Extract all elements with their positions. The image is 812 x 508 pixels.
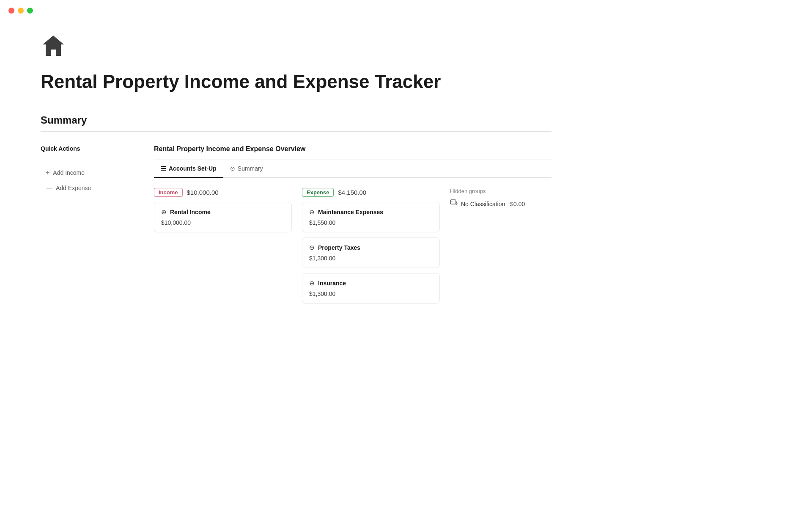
minus-circle-icon-1: ⊖ xyxy=(309,208,315,216)
add-expense-label: Add Expense xyxy=(56,185,91,191)
home-icon xyxy=(41,34,551,61)
property-taxes-amount: $1,300.00 xyxy=(309,255,433,262)
sidebar-divider xyxy=(41,159,134,159)
content-layout: Quick Actions + Add Income — Add Expense… xyxy=(41,145,551,309)
hidden-groups-title: Hidden groups xyxy=(450,188,551,194)
main-panel: Rental Property Income and Expense Overv… xyxy=(154,145,551,309)
property-taxes-title-row: ⊖ Property Taxes xyxy=(309,244,433,251)
add-income-button[interactable]: + Add Income xyxy=(41,166,134,179)
hidden-groups-column: Hidden groups No Classification $0.00 xyxy=(450,188,551,209)
add-income-label: Add Income xyxy=(53,169,85,176)
section-divider xyxy=(41,131,551,132)
overview-grid: Income $10,000.00 ⊕ Rental Income $10,00… xyxy=(154,188,551,309)
plus-circle-icon: ⊕ xyxy=(161,208,167,216)
rental-income-card: ⊕ Rental Income $10,000.00 xyxy=(154,202,292,232)
add-expense-button[interactable]: — Add Expense xyxy=(41,181,134,195)
main-content: Rental Property Income and Expense Track… xyxy=(0,0,592,334)
minus-circle-icon-2: ⊖ xyxy=(309,244,315,251)
tag-icon xyxy=(450,199,458,209)
property-taxes-name: Property Taxes xyxy=(318,244,360,251)
section-title: Summary xyxy=(41,114,551,126)
maximize-button[interactable] xyxy=(27,8,33,14)
expense-badge: Expense xyxy=(302,188,334,197)
no-classification-row: No Classification $0.00 xyxy=(450,199,551,209)
expense-column: Expense $4,150.00 ⊖ Maintenance Expenses… xyxy=(302,188,440,309)
minimize-button[interactable] xyxy=(18,8,24,14)
summary-label: Summary xyxy=(238,165,263,172)
insurance-name: Insurance xyxy=(318,280,346,287)
maintenance-amount: $1,550.00 xyxy=(309,219,433,226)
maintenance-card: ⊖ Maintenance Expenses $1,550.00 xyxy=(302,202,440,232)
maintenance-title-row: ⊖ Maintenance Expenses xyxy=(309,208,433,216)
property-taxes-card: ⊖ Property Taxes $1,300.00 xyxy=(302,237,440,268)
sidebar: Quick Actions + Add Income — Add Expense xyxy=(41,145,134,196)
quick-actions-title: Quick Actions xyxy=(41,145,134,152)
maintenance-name: Maintenance Expenses xyxy=(318,209,383,215)
rental-income-title-row: ⊕ Rental Income xyxy=(161,208,285,216)
plus-icon: + xyxy=(46,169,49,176)
income-header: Income $10,000.00 xyxy=(154,188,292,197)
minus-circle-icon-3: ⊖ xyxy=(309,279,315,287)
tab-summary[interactable]: ⊙ Summary xyxy=(223,160,270,178)
income-total: $10,000.00 xyxy=(187,189,219,196)
expense-total: $4,150.00 xyxy=(338,189,366,196)
insurance-card: ⊖ Insurance $1,300.00 xyxy=(302,273,440,304)
svg-rect-0 xyxy=(450,200,456,204)
rental-income-amount: $10,000.00 xyxy=(161,219,285,226)
svg-point-1 xyxy=(452,201,453,202)
accounts-setup-icon: ☰ xyxy=(161,165,166,172)
tab-bar: ☰ Accounts Set-Up ⊙ Summary xyxy=(154,160,551,178)
insurance-amount: $1,300.00 xyxy=(309,290,433,297)
income-column: Income $10,000.00 ⊕ Rental Income $10,00… xyxy=(154,188,292,237)
close-button[interactable] xyxy=(8,8,14,14)
rental-income-name: Rental Income xyxy=(170,209,211,215)
insurance-title-row: ⊖ Insurance xyxy=(309,279,433,287)
expense-header: Expense $4,150.00 xyxy=(302,188,440,197)
no-classification-amount: $0.00 xyxy=(510,201,525,207)
summary-icon: ⊙ xyxy=(230,165,235,172)
accounts-setup-label: Accounts Set-Up xyxy=(169,165,217,172)
traffic-lights xyxy=(0,0,41,21)
tab-accounts-setup[interactable]: ☰ Accounts Set-Up xyxy=(154,160,223,178)
panel-title: Rental Property Income and Expense Overv… xyxy=(154,145,551,153)
page-title: Rental Property Income and Expense Track… xyxy=(41,71,551,93)
no-classification-label: No Classification xyxy=(461,201,505,207)
income-badge: Income xyxy=(154,188,183,197)
minus-icon: — xyxy=(46,185,52,191)
